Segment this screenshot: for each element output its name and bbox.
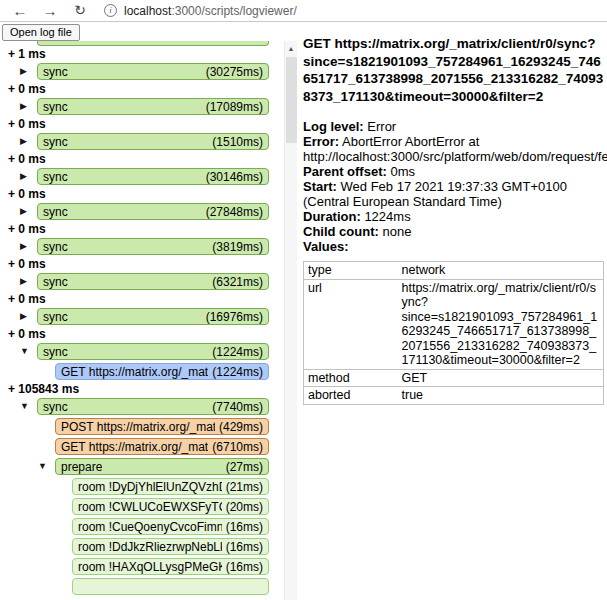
detail-field: Start: Wed Feb 17 2021 19:37:33 GMT+0100…	[303, 179, 604, 209]
node-duration: (17089ms)	[206, 100, 263, 114]
tree-node[interactable]: room !CWLUCoEWXSFyTC… (20ms)	[72, 498, 269, 515]
error-url: http://localhost:3000/src/platform/web/d…	[303, 149, 607, 164]
tree-offset-label: + 0 ms	[8, 118, 283, 131]
detail-pane: GET https://matrix.org/_matrix/client/r0…	[297, 22, 607, 600]
field-value: 0ms	[387, 164, 415, 179]
node-caption: room !HAXqOLLysgPMeGKh…	[78, 560, 222, 574]
expand-arrow-icon[interactable]: ▶	[20, 102, 27, 111]
tree-row: ▼ sync (7740ms)	[0, 398, 283, 415]
tree-row: ▶ sync (6321ms)	[0, 273, 283, 290]
node-caption: sync	[43, 65, 68, 79]
tree-row: GET https://matrix.org/_matri… (6710ms)	[0, 438, 283, 455]
tree-node[interactable]: sync (17089ms)	[37, 98, 269, 115]
node-caption: sync	[43, 240, 68, 254]
value-key: url	[304, 279, 398, 369]
field-label: Start:	[303, 179, 337, 194]
tree-node[interactable]: sync (27848ms)	[37, 203, 269, 220]
expand-arrow-icon[interactable]: ▼	[20, 347, 29, 356]
tree-node[interactable]: room !DdJkzRliezrwpNebLk:… (16ms)	[72, 538, 269, 555]
address-bar[interactable]: localhost:3000/scripts/logviewer/	[124, 4, 297, 18]
tree-row: ▶ sync (27848ms)	[0, 203, 283, 220]
tree-row: ▶ sync (30146ms)	[0, 168, 283, 185]
node-caption: room !DdJkzRliezrwpNebLk:…	[78, 540, 222, 554]
expand-arrow-icon[interactable]: ▶	[20, 172, 27, 181]
value-content: GET	[398, 369, 604, 387]
values-row: method GET	[304, 369, 604, 387]
forward-icon[interactable]: →	[40, 3, 60, 18]
tree-node[interactable]: sync (3819ms)	[37, 238, 269, 255]
node-caption: GET https://matrix.org/_matri…	[61, 365, 208, 379]
scrollbar-thumb[interactable]	[286, 57, 297, 143]
node-caption: sync	[43, 205, 68, 219]
tree-offset-label: + 0 ms	[8, 293, 283, 306]
left-pane: Open log file + 1 ms ▶ sync (30275ms) + …	[0, 22, 297, 600]
log-tree: + 1 ms ▶ sync (30275ms) + 0 ms ▶ sync (1…	[0, 41, 297, 600]
reload-icon[interactable]: ↻	[70, 3, 90, 18]
field-label: Parent offset:	[303, 164, 387, 179]
url-host: localhost	[124, 4, 171, 18]
tree-node[interactable]: room !HAXqOLLysgPMeGKh… (16ms)	[72, 558, 269, 575]
tree-node[interactable]: sync (30146ms)	[37, 168, 269, 185]
node-caption: sync	[43, 170, 68, 184]
site-info-icon[interactable]: i	[104, 4, 117, 17]
node-duration: (3819ms)	[212, 240, 263, 254]
expand-arrow-icon[interactable]: ▼	[38, 462, 47, 471]
values-row: type network	[304, 262, 604, 280]
expand-arrow-icon[interactable]: ▶	[20, 277, 27, 286]
field-value: 1224ms	[361, 209, 411, 224]
node-caption: sync	[43, 275, 68, 289]
node-caption: prepare	[61, 460, 102, 474]
node-duration: (30146ms)	[206, 170, 263, 184]
value-key: type	[304, 262, 398, 280]
node-duration: (1224ms)	[212, 345, 263, 359]
tree-row: GET https://matrix.org/_matri… (1224ms)	[0, 363, 283, 380]
detail-field: Duration: 1224ms	[303, 209, 604, 224]
detail-field: Log level: Error	[303, 119, 604, 134]
detail-fields: Log level: Error Error: AbortError Abort…	[303, 119, 604, 254]
tree-offset-label: + 105843 ms	[8, 383, 283, 396]
scrollbar-track[interactable]: ▲	[284, 41, 297, 600]
tree-node[interactable]: room !CueQoenyCvcoFimnsf… (16ms)	[72, 518, 269, 535]
back-icon[interactable]: ←	[10, 3, 30, 18]
field-label: Values:	[303, 239, 349, 254]
tree-node[interactable]: sync (1224ms)	[37, 343, 269, 360]
tree-node[interactable]	[72, 578, 269, 595]
tree-node[interactable]: sync (7740ms)	[37, 398, 269, 415]
expand-arrow-icon[interactable]: ▶	[20, 242, 27, 251]
tree-offset-label: + 0 ms	[8, 83, 283, 96]
tree-node[interactable]: sync (1510ms)	[37, 133, 269, 150]
tree-node-selected[interactable]: GET https://matrix.org/_matri… (1224ms)	[55, 363, 269, 380]
expand-arrow-icon[interactable]: ▶	[20, 312, 27, 321]
node-caption: GET https://matrix.org/_matri…	[61, 440, 208, 454]
tree-offset-label: + 0 ms	[8, 258, 283, 271]
node-duration: (1510ms)	[212, 135, 263, 149]
tree-node[interactable]: sync (30275ms)	[37, 63, 269, 80]
url-path: :3000/scripts/logviewer/	[171, 4, 296, 18]
node-duration: (27ms)	[226, 460, 263, 474]
tree-node[interactable]: sync (6321ms)	[37, 273, 269, 290]
scroll-up-button[interactable]: ▲	[285, 41, 297, 55]
open-log-file-button[interactable]: Open log file	[2, 24, 80, 41]
node-duration: (16ms)	[226, 560, 263, 574]
tree-node[interactable]: GET https://matrix.org/_matri… (6710ms)	[55, 438, 269, 455]
value-key: method	[304, 369, 398, 387]
tree-node[interactable]: POST https://matrix.org/_matri… (429ms)	[55, 418, 269, 435]
node-caption: sync	[43, 135, 68, 149]
expand-arrow-icon[interactable]: ▶	[20, 137, 27, 146]
tree-node[interactable]: sync (16976ms)	[37, 308, 269, 325]
node-caption: room !DyDjYhlElUnZQVzhD…	[78, 480, 222, 494]
expand-arrow-icon[interactable]: ▶	[20, 67, 27, 76]
node-duration: (16ms)	[226, 540, 263, 554]
tree-node-clipped[interactable]	[37, 41, 269, 46]
expand-arrow-icon[interactable]: ▼	[20, 402, 29, 411]
node-duration: (20ms)	[226, 500, 263, 514]
node-caption: sync	[43, 310, 68, 324]
tree-row: room !DyDjYhlElUnZQVzhD… (21ms)	[0, 478, 283, 495]
node-caption: room !CueQoenyCvcoFimnsf…	[78, 520, 222, 534]
tree-node[interactable]: prepare (27ms)	[55, 458, 269, 475]
tree-node[interactable]: room !DyDjYhlElUnZQVzhD… (21ms)	[72, 478, 269, 495]
node-caption: sync	[43, 400, 68, 414]
expand-arrow-icon[interactable]: ▶	[20, 207, 27, 216]
field-label: Error:	[303, 134, 339, 149]
field-value: Error	[364, 119, 397, 134]
